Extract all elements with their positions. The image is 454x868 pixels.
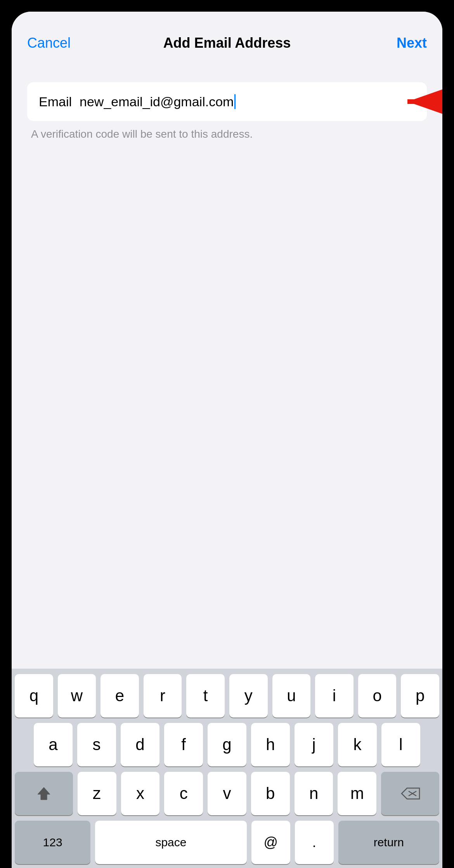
email-label: Email [39, 94, 72, 109]
key-a[interactable]: a [34, 723, 73, 766]
key-o[interactable]: o [358, 674, 397, 718]
email-input-container[interactable]: Email new_email_id@gmail.com [27, 82, 427, 121]
keyboard-row-1: q w e r t y u i o p [15, 674, 439, 718]
shift-key[interactable] [15, 772, 73, 815]
key-l[interactable]: l [381, 723, 420, 766]
key-x[interactable]: x [121, 772, 160, 815]
key-r[interactable]: r [144, 674, 182, 718]
key-t[interactable]: t [186, 674, 225, 718]
content-area: Email new_email_id@gmail.com A verificat… [12, 59, 442, 669]
spacer [27, 140, 427, 669]
key-k[interactable]: k [338, 723, 377, 766]
key-n[interactable]: n [295, 772, 333, 815]
keyboard-row-3: z x c v b n m [15, 772, 439, 815]
key-h[interactable]: h [251, 723, 290, 766]
key-p[interactable]: p [401, 674, 439, 718]
key-b[interactable]: b [251, 772, 290, 815]
key-u[interactable]: u [272, 674, 311, 718]
key-z[interactable]: z [78, 772, 116, 815]
page-title: Add Email Address [74, 35, 380, 51]
keyboard-row-4: 123 space @ . return [15, 821, 439, 864]
key-d[interactable]: d [121, 723, 159, 766]
next-button[interactable]: Next [380, 35, 427, 51]
key-w[interactable]: w [58, 674, 96, 718]
shift-icon [36, 786, 52, 801]
helper-text: A verification code will be sent to this… [27, 128, 427, 140]
cancel-button[interactable]: Cancel [27, 35, 74, 51]
backspace-icon [400, 786, 420, 801]
backspace-key[interactable] [381, 772, 439, 815]
key-m[interactable]: m [338, 772, 376, 815]
key-j[interactable]: j [295, 723, 333, 766]
email-value: new_email_id@gmail.com [80, 94, 234, 109]
keyboard[interactable]: q w e r t y u i o p a s d f g h j k l [12, 669, 442, 868]
key-f[interactable]: f [164, 723, 203, 766]
key-q[interactable]: q [15, 674, 53, 718]
key-e[interactable]: e [101, 674, 139, 718]
key-at[interactable]: @ [251, 821, 290, 864]
key-c[interactable]: c [164, 772, 203, 815]
key-123[interactable]: 123 [15, 821, 90, 864]
text-cursor [234, 94, 236, 109]
phone-screen: Cancel Add Email Address Next Email new_… [12, 12, 442, 868]
key-i[interactable]: i [315, 674, 353, 718]
svg-marker-2 [38, 787, 50, 800]
key-space[interactable]: space [95, 821, 246, 864]
key-return[interactable]: return [338, 821, 439, 864]
keyboard-row-2: a s d f g h j k l [15, 723, 439, 766]
nav-bar: Cancel Add Email Address Next [12, 12, 442, 59]
key-v[interactable]: v [208, 772, 246, 815]
key-g[interactable]: g [208, 723, 246, 766]
key-period[interactable]: . [295, 821, 334, 864]
annotation-arrow [396, 82, 442, 121]
key-s[interactable]: s [77, 723, 116, 766]
key-y[interactable]: y [229, 674, 268, 718]
